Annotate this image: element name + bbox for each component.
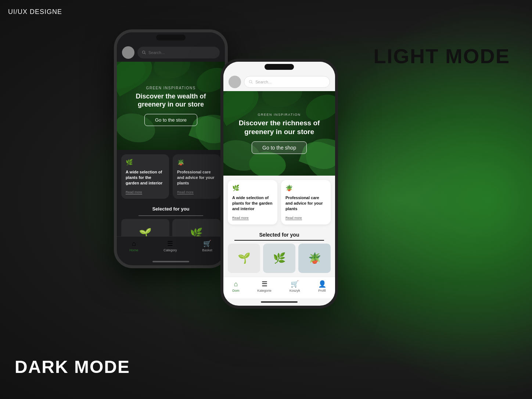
light-nav-home-icon: ⌂ — [234, 280, 238, 288]
light-plant3-img: 🪴 — [308, 252, 321, 264]
dark-hero: GREEN INSPIRATIONS Discover the wealth o… — [117, 62, 225, 150]
dark-card1-text: A wide selection of plants for the garde… — [126, 169, 165, 186]
dark-nav-basket[interactable]: 🛒 Basket — [202, 240, 212, 252]
light-selected-title: Selected for you — [234, 229, 324, 241]
dark-phone-notch-pill — [156, 35, 186, 40]
light-plant1-img: 🌱 — [238, 252, 251, 264]
light-nav-category[interactable]: ☰ Kategorie — [257, 280, 272, 292]
dark-product-2[interactable]: 🌿 — [172, 219, 220, 236]
dark-selected-section: Selected for you 🌱 🌿 — [117, 203, 225, 236]
dark-product-2-inner: 🌿 — [172, 219, 220, 236]
dark-nav-category-icon: ☰ — [167, 240, 173, 248]
dark-goto-store-button[interactable]: Go to the store — [144, 114, 197, 126]
dark-nav-basket-icon: 🛒 — [203, 240, 211, 248]
light-nav-basket[interactable]: 🛒 Koszyk — [290, 280, 300, 292]
light-card1-text: A wide selection of plants for the garde… — [232, 195, 273, 212]
dark-phone-notch — [151, 32, 191, 43]
light-nav-category-label: Kategorie — [257, 289, 272, 292]
light-nav-profile-label: Profil — [318, 289, 326, 292]
dark-card-1: 🌿 A wide selection of plants for the gar… — [121, 154, 169, 199]
dark-card2-read-more[interactable]: Read more — [177, 190, 194, 194]
dark-product-1[interactable]: 🌱 — [121, 219, 169, 236]
dark-card-2: 🪴 Professional care and advice for your … — [173, 154, 220, 199]
dark-selected-title: Selected for you — [117, 203, 225, 215]
light-nav-profile-icon: 👤 — [318, 280, 326, 288]
dark-bottom-nav: ⌂ Home ☰ Category 🛒 Basket — [117, 236, 225, 258]
light-product-1[interactable]: 🌱 — [228, 244, 260, 273]
light-card1-icon: 🌿 — [232, 184, 273, 191]
light-product-row: 🌱 🌿 🪴 — [223, 244, 335, 273]
dark-nav-category-label: Category — [163, 248, 177, 252]
light-nav-home-label: Dom — [232, 289, 239, 292]
dark-mode-label: DARK MODE — [15, 357, 130, 377]
light-search-bar[interactable]: Search... — [244, 76, 330, 88]
svg-line-8 — [252, 83, 253, 84]
light-card2-icon: 🪴 — [285, 184, 326, 191]
dark-hero-title: Discover the wealth of greenery in our s… — [123, 92, 219, 109]
light-product-1-inner: 🌱 — [228, 244, 260, 273]
light-hero-tag: GREEN INSPIRATION — [258, 113, 301, 116]
designer-label: UI/UX DESIGNE — [8, 8, 62, 16]
light-card1-read-more[interactable]: Read more — [232, 216, 249, 220]
svg-line-1 — [145, 53, 146, 54]
light-bottom-nav: ⌂ Dom ☰ Kategorie 🛒 Koszyk 👤 Profil — [223, 277, 335, 298]
dark-plant2-img: 🌿 — [190, 227, 203, 236]
light-product-3[interactable]: 🪴 — [298, 244, 331, 273]
dark-search-icon — [142, 50, 146, 55]
light-home-indicator — [223, 298, 335, 306]
dark-search-bar[interactable]: Search... — [137, 47, 220, 58]
dark-plant1-img: 🌱 — [139, 227, 152, 236]
light-hero-title: Discover the richness of greenery in our… — [229, 119, 329, 136]
light-product-3-inner: 🪴 — [298, 244, 331, 273]
light-cards-section: 🌿 A wide selection of plants for the gar… — [223, 176, 335, 229]
light-mode-label: LIGHT MODE — [373, 44, 510, 68]
dark-hero-content: GREEN INSPIRATIONS Discover the wealth o… — [117, 62, 225, 150]
light-plant2-img: 🌿 — [273, 252, 286, 264]
light-card-1: 🌿 A wide selection of plants for the gar… — [228, 180, 277, 224]
light-nav-basket-icon: 🛒 — [291, 280, 299, 288]
light-phone-notch — [259, 62, 299, 72]
dark-card2-icon: 🪴 — [177, 159, 216, 166]
dark-card1-icon: 🌿 — [126, 159, 165, 166]
svg-point-0 — [143, 51, 145, 54]
dark-card1-read-more[interactable]: Read more — [126, 190, 142, 194]
light-product-2[interactable]: 🌿 — [263, 244, 295, 273]
light-avatar[interactable] — [229, 76, 241, 88]
dark-phone: Search... GREEN INSPIRATIONS Discover th… — [114, 29, 228, 268]
dark-search-placeholder: Search... — [148, 50, 165, 55]
light-nav-category-icon: ☰ — [262, 280, 267, 288]
light-hero-content: GREEN INSPIRATION Discover the richness … — [223, 91, 335, 176]
dark-nav-basket-label: Basket — [202, 248, 212, 252]
light-card2-read-more[interactable]: Read more — [285, 216, 302, 220]
light-selected-title-wrap: Selected for you — [223, 229, 335, 241]
light-phone: Search... GREEN INSPIRATION Discover the… — [220, 59, 338, 309]
light-home-indicator-bar — [261, 301, 298, 303]
dark-selected-underline — [139, 215, 203, 216]
dark-phone-screen: Search... GREEN INSPIRATIONS Discover th… — [117, 32, 225, 265]
light-search-placeholder: Search... — [255, 80, 272, 84]
light-goto-shop-button[interactable]: Go to the shop — [252, 141, 307, 154]
light-nav-basket-label: Koszyk — [290, 289, 300, 292]
light-card-2: 🪴 Professional care and advice for your … — [281, 180, 331, 224]
dark-avatar[interactable] — [122, 46, 134, 59]
light-selected-section: Selected for you 🌱 🌿 🪴 — [223, 229, 335, 277]
dark-product-1-inner: 🌱 — [121, 219, 169, 236]
dark-nav-home-icon: ⌂ — [132, 240, 136, 248]
light-phone-screen: Search... GREEN INSPIRATION Discover the… — [223, 62, 335, 306]
dark-cards-section: 🌿 A wide selection of plants for the gar… — [117, 150, 225, 203]
dark-hero-tag: GREEN INSPIRATIONS — [146, 86, 195, 90]
dark-product-row: 🌱 🌿 — [117, 219, 225, 236]
dark-selected-title-wrap: Selected for you — [117, 203, 225, 216]
light-nav-profile[interactable]: 👤 Profil — [318, 280, 326, 292]
light-product-2-inner: 🌿 — [263, 244, 295, 273]
light-phone-notch-pill — [265, 64, 294, 70]
light-hero: GREEN INSPIRATION Discover the richness … — [223, 91, 335, 176]
light-nav-home[interactable]: ⌂ Dom — [232, 280, 239, 292]
dark-nav-category[interactable]: ☰ Category — [163, 240, 177, 252]
light-search-icon — [249, 80, 253, 84]
dark-nav-home[interactable]: ⌂ Home — [129, 240, 138, 252]
dark-nav-home-label: Home — [129, 248, 138, 252]
light-card2-text: Professional care and advice for your pl… — [285, 195, 326, 212]
dark-home-indicator — [117, 258, 225, 265]
svg-point-7 — [249, 80, 252, 83]
